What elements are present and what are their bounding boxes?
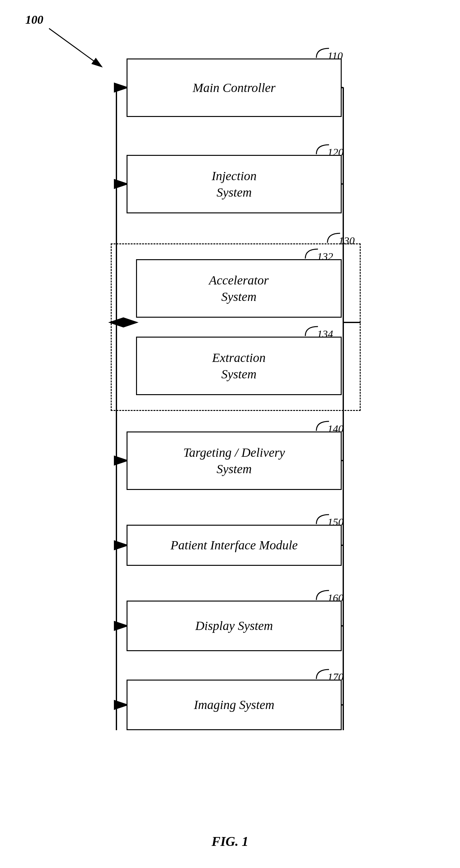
ref-130-tick	[324, 232, 350, 244]
ref-120-tick	[313, 143, 339, 156]
accelerator-system-box: Accelerator System	[136, 259, 342, 318]
diagram-container: 100	[0, 0, 460, 868]
ref-132-tick	[302, 248, 327, 260]
ref-160-tick	[313, 589, 339, 601]
imaging-system-box: Imaging System	[126, 680, 342, 730]
imaging-system-label: Imaging System	[194, 697, 274, 713]
ref-140-tick	[313, 420, 339, 432]
display-system-box: Display System	[126, 600, 342, 651]
extraction-system-box: Extraction System	[136, 337, 342, 395]
ref-110-tick	[313, 47, 339, 59]
injection-system-label: Injection System	[212, 168, 257, 201]
patient-interface-label: Patient Interface Module	[171, 537, 298, 554]
targeting-delivery-label: Targeting / Delivery System	[183, 444, 285, 477]
main-controller-box: Main Controller	[126, 59, 342, 117]
main-controller-label: Main Controller	[193, 80, 276, 96]
ref-150-tick	[313, 513, 339, 526]
injection-system-box: Injection System	[126, 155, 342, 213]
targeting-delivery-box: Targeting / Delivery System	[126, 431, 342, 490]
fig-label: FIG. 1	[212, 834, 249, 849]
display-system-label: Display System	[195, 618, 273, 634]
patient-interface-box: Patient Interface Module	[126, 525, 342, 566]
svg-line-2	[49, 28, 101, 66]
accelerator-system-label: Accelerator System	[209, 272, 269, 305]
extraction-system-label: Extraction System	[212, 350, 266, 382]
ref-134-tick	[302, 325, 327, 338]
ref-170-tick	[313, 668, 339, 681]
ref-100-label: 100	[25, 13, 44, 27]
